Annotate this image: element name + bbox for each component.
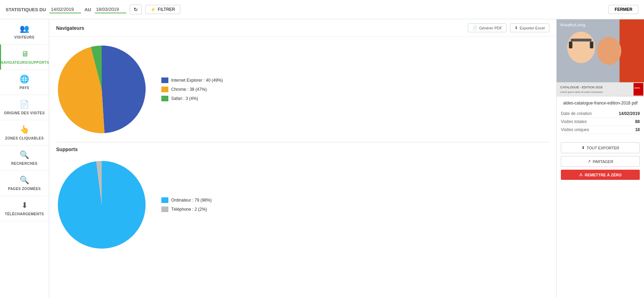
sidebar-item-recherches[interactable]: 🔍 RECHERCHES — [0, 145, 49, 171]
visites-totales-value: 88 — [635, 119, 640, 124]
share-button[interactable]: ↗ PARTAGER — [561, 156, 640, 167]
top-bar: STATISTIQUES DU AU ↻ ⚡ FILTRER FERMER — [0, 0, 644, 19]
right-panel: #HealthyLiving CATALOGUE - EDITION 2018 … — [556, 19, 644, 298]
ie-label: Internet Explorer : 40 (49%) — [171, 78, 223, 83]
content-area: Navigateurs 📄 Générer PDF ⬇ Exporter Exc… — [49, 19, 556, 298]
stat-date-creation: Date de création 14/02/2019 — [561, 110, 640, 118]
visites-uniques-label: Visites uniques — [561, 127, 589, 132]
phone-color — [161, 206, 168, 212]
legend-phone: Téléphone : 2 (2%) — [161, 206, 212, 212]
reset-button[interactable]: ⚠ REMETTRE À ZÉRO — [561, 170, 640, 180]
browsers-chart-section: Internet Explorer : 40 (49%) Chrome : 38… — [49, 37, 556, 142]
svg-text:#HealthyLiving: #HealthyLiving — [560, 23, 585, 27]
sidebar: 👥 VISITEURS 🖥 NAVIGATEURS/SUPPORTS 🌐 PAY… — [0, 19, 49, 298]
supports-chart-container: Ordinateur : 79 (98%) Téléphone : 2 (2%) — [56, 159, 549, 250]
date-from-input[interactable] — [49, 6, 81, 13]
catalog-name: aldes-catalogue-france-edition-2018 pdf — [561, 101, 640, 106]
download-icon: ⬇ — [21, 201, 28, 210]
sidebar-item-navigateurs[interactable]: 🖥 NAVIGATEURS/SUPPORTS — [0, 45, 49, 70]
catalog-image: #HealthyLiving CATALOGUE - EDITION 2018 … — [557, 19, 644, 96]
svg-rect-12 — [633, 83, 643, 96]
visites-uniques-value: 18 — [635, 127, 640, 132]
sidebar-label-recherches: RECHERCHES — [11, 162, 38, 165]
stats-label: STATISTIQUES DU — [6, 7, 46, 12]
chrome-color — [161, 87, 168, 92]
sidebar-item-origine[interactable]: 📄 ORIGINE DES VISITES — [0, 95, 49, 120]
stat-visites-uniques: Visites uniques 18 — [561, 126, 640, 134]
supports-title: Supports — [56, 147, 78, 152]
export-button[interactable]: ⬇ TOUT EXPORTER — [561, 142, 640, 153]
refresh-button[interactable]: ↻ — [130, 5, 142, 14]
browsers-legend: Internet Explorer : 40 (49%) Chrome : 38… — [161, 77, 223, 101]
sidebar-label-zones: ZONES CLIQUABLES — [5, 136, 43, 140]
close-button[interactable]: FERMER — [609, 5, 638, 14]
svg-rect-7 — [590, 41, 593, 48]
sidebar-label-pays: PAYS — [20, 86, 29, 90]
document-icon: 📄 — [20, 100, 29, 109]
browsers-chart-container: Internet Explorer : 40 (49%) Chrome : 38… — [56, 44, 549, 135]
svg-rect-9 — [557, 82, 644, 96]
header-buttons: 📄 Générer PDF ⬇ Exporter Excel — [468, 23, 549, 32]
supports-header: Supports — [49, 142, 556, 152]
warning-icon: ⚠ — [579, 172, 583, 177]
safari-color — [161, 96, 168, 101]
svg-text:aldes: aldes — [634, 87, 640, 89]
supports-pie-chart — [56, 159, 147, 250]
sidebar-label-telechargements: TÉLÉCHARGEMENTS — [5, 212, 44, 216]
svg-point-4 — [597, 37, 622, 65]
legend-ie: Internet Explorer : 40 (49%) — [161, 77, 223, 83]
zoom-icon: 🔍 — [20, 176, 29, 185]
generate-pdf-button[interactable]: 📄 Générer PDF — [468, 23, 507, 32]
date-creation-value: 14/02/2019 — [619, 111, 640, 116]
globe-icon: 🌐 — [20, 75, 29, 84]
filter-button[interactable]: ⚡ FILTRER — [145, 5, 180, 14]
excel-icon: ⬇ — [515, 26, 518, 30]
sidebar-item-pages[interactable]: 🔍 PAGES ZOOMÉES — [0, 171, 49, 196]
safari-label: Safari : 3 (4%) — [171, 96, 198, 101]
supports-chart-section: Ordinateur : 79 (98%) Téléphone : 2 (2%) — [49, 152, 556, 257]
pdf-icon: 📄 — [472, 26, 477, 30]
sidebar-label-navigateurs: NAVIGATEURS/SUPPORTS — [0, 61, 49, 65]
catalog-svg: #HealthyLiving CATALOGUE - EDITION 2018 … — [557, 19, 644, 96]
ie-color — [161, 77, 168, 83]
stat-visites-totales: Visites totales 88 — [561, 118, 640, 126]
filter-icon: ⚡ — [150, 7, 156, 12]
visites-totales-label: Visites totales — [561, 119, 587, 124]
legend-chrome: Chrome : 38 (47%) — [161, 87, 223, 92]
phone-label: Téléphone : 2 (2%) — [171, 207, 207, 212]
sidebar-item-visiteurs[interactable]: 👥 VISITEURS — [0, 19, 49, 45]
monitor-icon: 🖥 — [21, 49, 29, 59]
reset-label: REMETTRE À ZÉRO — [585, 173, 622, 177]
sidebar-label-pages: PAGES ZOOMÉES — [8, 187, 41, 191]
svg-text:Lorem ipsum dolor sit amet con: Lorem ipsum dolor sit amet consectetur — [560, 91, 603, 94]
export-icon: ⬇ — [582, 145, 585, 150]
supports-legend: Ordinateur : 79 (98%) Téléphone : 2 (2%) — [161, 197, 212, 212]
chrome-label: Chrome : 38 (47%) — [171, 87, 207, 92]
visitors-icon: 👥 — [20, 24, 29, 33]
browsers-pie-chart — [56, 44, 147, 135]
action-buttons: ⬇ TOUT EXPORTER ↗ PARTAGER ⚠ REMETTRE À … — [557, 138, 644, 184]
share-icon: ↗ — [588, 159, 591, 164]
svg-rect-5 — [571, 39, 592, 41]
search-icon: 🔍 — [20, 150, 29, 160]
svg-text:CATALOGUE - EDITION 2018: CATALOGUE - EDITION 2018 — [560, 86, 603, 89]
click-icon: 👆 — [20, 125, 29, 134]
browsers-title: Navigateurs — [56, 25, 84, 31]
desktop-color — [161, 197, 168, 203]
sidebar-item-pays[interactable]: 🌐 PAYS — [0, 70, 49, 95]
date-creation-label: Date de création — [561, 111, 592, 116]
filter-label: FILTRER — [158, 7, 175, 12]
sidebar-item-zones[interactable]: 👆 ZONES CLIQUABLES — [0, 120, 49, 145]
export-excel-button[interactable]: ⬇ Exporter Excel — [510, 23, 549, 32]
desktop-label: Ordinateur : 79 (98%) — [171, 198, 212, 203]
svg-rect-6 — [569, 41, 572, 48]
browsers-header: Navigateurs 📄 Générer PDF ⬇ Exporter Exc… — [49, 19, 556, 37]
share-label: PARTAGER — [593, 160, 613, 164]
catalog-info: aldes-catalogue-france-edition-2018 pdf … — [557, 96, 644, 138]
sidebar-item-telechargements[interactable]: ⬇ TÉLÉCHARGEMENTS — [0, 196, 49, 221]
legend-desktop: Ordinateur : 79 (98%) — [161, 197, 212, 203]
excel-label: Exporter Excel — [519, 26, 545, 30]
date-to-input[interactable] — [95, 6, 126, 13]
sidebar-label-origine: ORIGINE DES VISITES — [4, 111, 45, 115]
sidebar-label-visiteurs: VISITEURS — [14, 35, 34, 39]
